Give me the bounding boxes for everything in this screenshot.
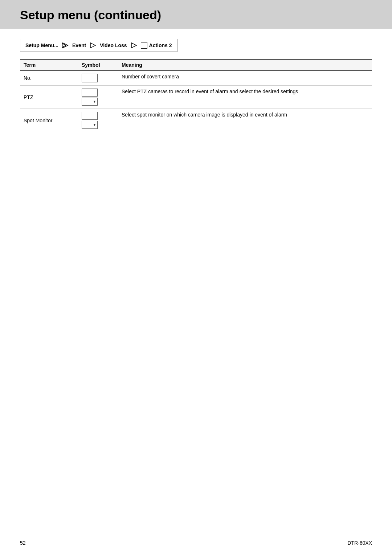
box-dropdown-icon: ▼ — [82, 98, 98, 106]
breadcrumb-event: Event — [72, 42, 86, 48]
term-ptz: PTZ — [20, 86, 78, 109]
page-title: Setup menu (continued) — [20, 8, 372, 22]
box-plain-icon-2 — [82, 112, 98, 120]
breadcrumb-setup-menu: Setup Menu... — [25, 42, 58, 48]
symbol-no — [78, 70, 118, 86]
term-spot-monitor: Spot Monitor — [20, 109, 78, 132]
page-header: Setup menu (continued) — [0, 0, 392, 29]
footer-page-number: 52 — [20, 540, 26, 546]
svg-marker-3 — [131, 43, 136, 48]
arrow-icon-2 — [89, 42, 97, 49]
symbol-dropdown-spot: ▼ — [82, 112, 114, 129]
footer-model: DTR-60XX — [347, 540, 372, 546]
table-header-row: Term Symbol Meaning — [20, 60, 372, 70]
dropdown-arrow-icon-2: ▼ — [93, 123, 96, 127]
symbol-dropdown-ptz: ▼ — [82, 89, 114, 106]
meaning-ptz: Select PTZ cameras to record in event of… — [118, 86, 372, 109]
breadcrumb-video-loss: Video Loss — [100, 42, 127, 48]
table-row: PTZ ▼ Select PTZ cameras to record in ev… — [20, 86, 372, 109]
term-no: No. — [20, 70, 78, 86]
table-row: No. Number of covert camera — [20, 70, 372, 86]
dropdown-arrow-icon: ▼ — [93, 100, 96, 103]
col-meaning: Meaning — [118, 60, 372, 70]
breadcrumb: Setup Menu... Event Video Loss Actions 2 — [20, 39, 177, 52]
col-symbol: Symbol — [78, 60, 118, 70]
terms-table: Term Symbol Meaning No. Number of covert… — [20, 59, 372, 132]
arrow-icon-1 — [61, 42, 69, 49]
symbol-ptz: ▼ — [78, 86, 118, 109]
breadcrumb-actions: Actions 2 — [141, 42, 172, 49]
symbol-spot-monitor: ▼ — [78, 109, 118, 132]
box-plain-icon — [82, 89, 98, 97]
col-term: Term — [20, 60, 78, 70]
table-row: Spot Monitor ▼ Select spot monitor on wh… — [20, 109, 372, 132]
meaning-no: Number of covert camera — [118, 70, 372, 86]
doc-icon — [141, 42, 147, 49]
svg-marker-2 — [90, 43, 95, 48]
arrow-icon-3 — [130, 42, 138, 49]
page-content: Setup Menu... Event Video Loss Actions 2 — [0, 29, 392, 154]
meaning-spot-monitor: Select spot monitor on which camera imag… — [118, 109, 372, 132]
box-dropdown-icon-2: ▼ — [82, 121, 98, 129]
page-footer: 52 DTR-60XX — [20, 537, 372, 546]
breadcrumb-actions-label: Actions 2 — [149, 42, 172, 48]
plain-box-icon — [82, 74, 98, 82]
